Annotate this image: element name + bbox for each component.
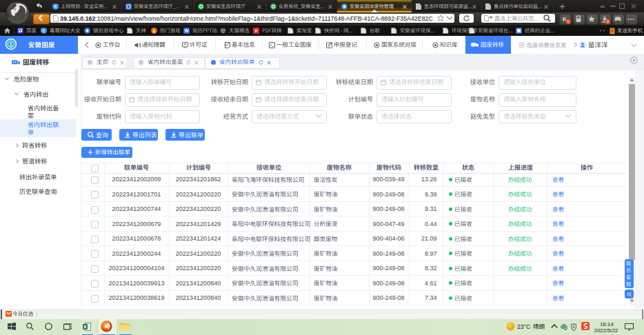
svg-text:K: K bbox=[54, 4, 57, 9]
svg-text:W: W bbox=[184, 28, 189, 33]
svg-text:P: P bbox=[255, 29, 258, 33]
svg-text:K: K bbox=[42, 28, 46, 33]
